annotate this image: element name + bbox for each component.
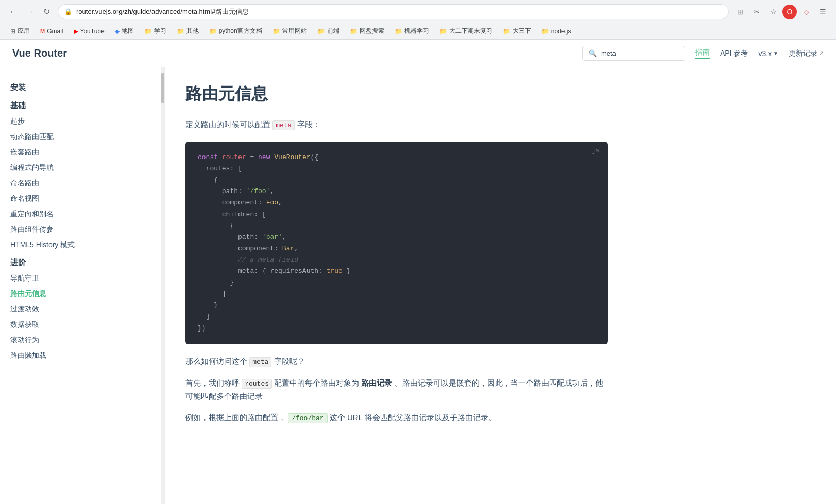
- extensions-button[interactable]: ⊞: [733, 5, 747, 19]
- bookmark-youtube-label: YouTube: [80, 28, 105, 35]
- folder-icon-ml: 📁: [395, 28, 402, 35]
- sidebar-item-data[interactable]: 数据获取: [0, 317, 164, 333]
- sidebar-item-props[interactable]: 路由组件传参: [0, 222, 164, 237]
- content-area: 路由元信息 定义路由的时候可以配置 meta 字段： js const rout…: [165, 67, 836, 504]
- bookmark-ml[interactable]: 📁 机器学习: [390, 25, 433, 37]
- nav-buttons: ← → ↻: [6, 5, 54, 19]
- maps-icon: ◆: [115, 28, 120, 35]
- bookmark-youtube[interactable]: ▶ YouTube: [70, 26, 109, 37]
- code-lang-label: js: [592, 147, 600, 154]
- sidebar-item-nested[interactable]: 嵌套路由: [0, 145, 164, 160]
- nav-link-v3[interactable]: v3.x ▼: [758, 49, 778, 58]
- bookmark-other[interactable]: 📁 其他: [173, 25, 203, 37]
- sidebar-scrollbar[interactable]: [161, 67, 164, 504]
- bookmark-maps-label: 地图: [122, 27, 134, 36]
- bookmark-frontend[interactable]: 📁 前端: [313, 25, 344, 37]
- code-pre: const router = new VueRouter({ routes: […: [198, 152, 595, 334]
- sidebar-item-named-routes[interactable]: 命名路由: [0, 176, 164, 191]
- menu-button[interactable]: ☰: [815, 5, 830, 19]
- folder-icon-frontend: 📁: [317, 28, 325, 35]
- url-input[interactable]: [76, 8, 722, 15]
- sidebar-item-redirect[interactable]: 重定向和别名: [0, 206, 164, 222]
- sidebar-item-guard[interactable]: 导航守卫: [0, 271, 164, 286]
- para3-code: /foo/bar: [288, 413, 327, 423]
- sidebar-item-meta[interactable]: 路由元信息: [0, 286, 164, 302]
- header-right: 🔍 指南 API 参考 v3.x ▼ 更新记录 ↗: [582, 46, 824, 61]
- sidebar-item-dynamic[interactable]: 动态路由匹配: [0, 129, 164, 145]
- forward-button[interactable]: →: [23, 5, 37, 19]
- para2-bold: 路由记录: [361, 378, 392, 387]
- back-button[interactable]: ←: [6, 5, 21, 19]
- bookmark-frontend-label: 前端: [327, 27, 339, 36]
- para3-suffix: 这个 URL 将会匹配父路由记录以及子路由记录。: [330, 413, 496, 422]
- bookmark-python-label: python官方文档: [219, 27, 262, 36]
- para1-code: meta: [249, 357, 271, 367]
- sidebar-item-transitions[interactable]: 过渡动效: [0, 302, 164, 317]
- folder-icon-netdisk: 📁: [350, 28, 357, 35]
- para2-middle: 配置中的每个路由对象为: [274, 378, 359, 387]
- page-title: 路由元信息: [185, 83, 608, 106]
- gmail-icon: M: [40, 28, 45, 34]
- bookmark-junior3-label: 大三下: [513, 27, 531, 36]
- browser-chrome: ← → ↻ 🔒 ⊞ ✂ ☆ O ◇ ☰ ⊞ 应用 M Gmail ▶ YouTu…: [0, 0, 836, 40]
- bookmark-ml-label: 机器学习: [404, 27, 429, 36]
- para3: 例如，根据上面的路由配置， /foo/bar 这个 URL 将会匹配父路由记录以…: [185, 411, 608, 424]
- screenshot-button[interactable]: ✂: [749, 5, 764, 19]
- bookmark-common[interactable]: 📁 常用网站: [268, 25, 311, 37]
- bookmark-node-label: node.js: [551, 28, 571, 35]
- para3-prefix: 例如，根据上面的路由配置，: [185, 413, 286, 422]
- bookmark-node[interactable]: 📁 node.js: [537, 26, 575, 37]
- bookmark-netdisk[interactable]: 📁 网盘搜索: [346, 25, 388, 37]
- bookmark-button[interactable]: ☆: [766, 5, 780, 19]
- address-bar[interactable]: 🔒: [58, 4, 729, 19]
- intro-text-prefix: 定义路由的时候可以配置: [185, 120, 270, 129]
- folder-icon-study: 📁: [144, 28, 152, 35]
- bookmark-junior3[interactable]: 📁 大三下: [499, 25, 535, 37]
- bookmark-review[interactable]: 📁 大二下期末复习: [435, 25, 497, 37]
- chevron-down-icon: ▼: [773, 50, 778, 56]
- bookmark-study[interactable]: 📁 学习: [140, 25, 170, 37]
- browser-toolbar: ← → ↻ 🔒 ⊞ ✂ ☆ O ◇ ☰: [0, 0, 836, 23]
- intro-code: meta: [272, 120, 295, 130]
- profile-button[interactable]: O: [782, 5, 797, 19]
- sidebar: 安装 基础 起步 动态路由匹配 嵌套路由 编程式的导航 命名路由 命名视图 重定…: [0, 67, 165, 504]
- sidebar-item-programmatic[interactable]: 编程式的导航: [0, 160, 164, 176]
- bookmark-gmail[interactable]: M Gmail: [36, 26, 67, 37]
- para2-prefix: 首先，我们称呼: [185, 378, 240, 387]
- search-input[interactable]: [601, 49, 678, 57]
- bookmark-apps-label: 应用: [18, 27, 30, 36]
- youtube-icon: ▶: [74, 28, 78, 35]
- apps-icon: ⊞: [10, 28, 15, 35]
- sidebar-item-start[interactable]: 起步: [0, 114, 164, 129]
- lock-icon: 🔒: [64, 8, 72, 15]
- search-box[interactable]: 🔍: [582, 46, 685, 61]
- sidebar-section-basics: 基础: [0, 96, 164, 114]
- code-block: js const router = new VueRouter({ routes…: [185, 142, 608, 344]
- bookmark-study-label: 学习: [154, 27, 166, 36]
- para1-suffix: 字段呢？: [274, 357, 305, 366]
- intro-text-suffix: 字段：: [297, 120, 320, 129]
- opera-button[interactable]: ◇: [799, 5, 813, 19]
- folder-icon-review: 📁: [439, 28, 447, 35]
- folder-icon-common: 📁: [272, 28, 280, 35]
- nav-link-changelog[interactable]: 更新记录 ↗: [789, 49, 824, 58]
- sidebar-item-named-views[interactable]: 命名视图: [0, 191, 164, 206]
- sidebar-section-advanced: 进阶: [0, 253, 164, 271]
- sidebar-item-lazy[interactable]: 路由懒加载: [0, 348, 164, 363]
- nav-v3-label: v3.x: [758, 49, 772, 58]
- nav-link-guide[interactable]: 指南: [695, 48, 710, 59]
- folder-icon-python: 📁: [209, 28, 217, 35]
- para1-prefix: 那么如何访问这个: [185, 357, 247, 366]
- bookmark-apps[interactable]: ⊞ 应用: [6, 25, 34, 37]
- nav-link-api[interactable]: API 参考: [720, 49, 748, 58]
- bookmark-gmail-label: Gmail: [47, 28, 63, 35]
- bookmark-common-label: 常用网站: [282, 27, 307, 36]
- sidebar-section-install: 安装: [0, 78, 164, 96]
- bookmark-maps[interactable]: ◆ 地图: [111, 25, 138, 37]
- content-body: 路由元信息 定义路由的时候可以配置 meta 字段： js const rout…: [165, 67, 628, 453]
- sidebar-item-html5[interactable]: HTML5 History 模式: [0, 237, 164, 253]
- bookmark-python[interactable]: 📁 python官方文档: [205, 25, 266, 37]
- sidebar-item-scroll[interactable]: 滚动行为: [0, 333, 164, 348]
- refresh-button[interactable]: ↻: [39, 5, 54, 19]
- site-title: Vue Router: [12, 47, 67, 59]
